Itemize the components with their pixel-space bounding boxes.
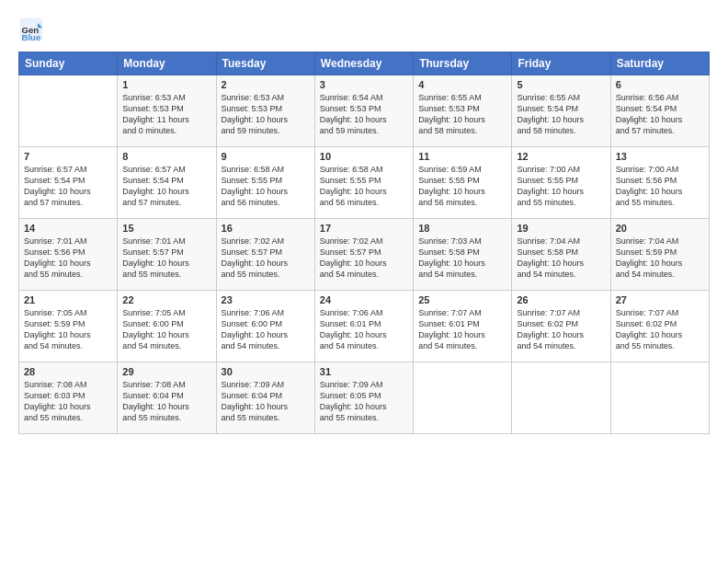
day-info: Sunrise: 6:56 AM Sunset: 5:54 PM Dayligh… xyxy=(616,92,704,137)
main-container: Gen Blue SundayMondayTuesdayWednesdayThu… xyxy=(0,0,728,563)
day-info: Sunrise: 7:09 AM Sunset: 6:05 PM Dayligh… xyxy=(320,379,408,424)
day-info: Sunrise: 6:54 AM Sunset: 5:53 PM Dayligh… xyxy=(320,92,408,137)
logo-icon: Gen Blue xyxy=(18,17,44,42)
day-info: Sunrise: 7:08 AM Sunset: 6:03 PM Dayligh… xyxy=(24,379,112,424)
header-saturday: Saturday xyxy=(610,52,709,75)
day-number: 22 xyxy=(122,294,210,305)
header: Gen Blue xyxy=(18,17,710,42)
day-number: 11 xyxy=(418,151,506,162)
day-number: 17 xyxy=(320,223,408,234)
calendar-cell: 9Sunrise: 6:58 AM Sunset: 5:55 PM Daylig… xyxy=(216,147,314,219)
day-number: 9 xyxy=(222,151,310,162)
header-sunday: Sunday xyxy=(19,52,118,75)
calendar-cell xyxy=(414,362,512,434)
calendar-cell xyxy=(610,362,709,434)
day-number: 29 xyxy=(122,366,210,377)
calendar-header-row: SundayMondayTuesdayWednesdayThursdayFrid… xyxy=(19,52,710,75)
day-number: 8 xyxy=(122,151,210,162)
day-number: 30 xyxy=(222,366,310,377)
header-friday: Friday xyxy=(512,52,610,75)
day-number: 19 xyxy=(517,223,605,234)
day-info: Sunrise: 7:04 AM Sunset: 5:58 PM Dayligh… xyxy=(517,236,605,281)
day-number: 15 xyxy=(122,223,210,234)
day-info: Sunrise: 7:01 AM Sunset: 5:56 PM Dayligh… xyxy=(24,236,112,281)
day-number: 25 xyxy=(418,294,506,305)
calendar-cell: 26Sunrise: 7:07 AM Sunset: 6:02 PM Dayli… xyxy=(512,291,610,362)
calendar-cell: 15Sunrise: 7:01 AM Sunset: 5:57 PM Dayli… xyxy=(118,219,216,291)
calendar-cell: 10Sunrise: 6:58 AM Sunset: 5:55 PM Dayli… xyxy=(314,147,413,219)
calendar-cell xyxy=(19,75,118,147)
day-number: 1 xyxy=(122,79,210,90)
day-info: Sunrise: 6:58 AM Sunset: 5:55 PM Dayligh… xyxy=(222,164,310,209)
day-info: Sunrise: 6:53 AM Sunset: 5:53 PM Dayligh… xyxy=(222,92,310,137)
day-number: 5 xyxy=(517,79,605,90)
calendar-cell: 1Sunrise: 6:53 AM Sunset: 5:53 PM Daylig… xyxy=(118,75,216,147)
calendar-cell: 14Sunrise: 7:01 AM Sunset: 5:56 PM Dayli… xyxy=(19,219,118,291)
calendar-cell: 23Sunrise: 7:06 AM Sunset: 6:00 PM Dayli… xyxy=(216,291,314,362)
day-number: 21 xyxy=(24,294,112,305)
day-number: 6 xyxy=(616,79,704,90)
day-number: 24 xyxy=(320,294,408,305)
day-number: 16 xyxy=(222,223,310,234)
day-number: 14 xyxy=(24,223,112,234)
day-info: Sunrise: 7:02 AM Sunset: 5:57 PM Dayligh… xyxy=(320,236,408,281)
day-number: 12 xyxy=(517,151,605,162)
calendar-cell: 19Sunrise: 7:04 AM Sunset: 5:58 PM Dayli… xyxy=(512,219,610,291)
day-info: Sunrise: 7:07 AM Sunset: 6:02 PM Dayligh… xyxy=(517,307,605,352)
day-info: Sunrise: 7:00 AM Sunset: 5:55 PM Dayligh… xyxy=(517,164,605,209)
day-number: 31 xyxy=(320,366,408,377)
calendar-cell: 27Sunrise: 7:07 AM Sunset: 6:02 PM Dayli… xyxy=(610,291,709,362)
calendar-cell: 13Sunrise: 7:00 AM Sunset: 5:56 PM Dayli… xyxy=(610,147,709,219)
calendar-cell: 16Sunrise: 7:02 AM Sunset: 5:57 PM Dayli… xyxy=(216,219,314,291)
day-info: Sunrise: 7:07 AM Sunset: 6:02 PM Dayligh… xyxy=(616,307,704,352)
header-wednesday: Wednesday xyxy=(314,52,413,75)
calendar-cell: 31Sunrise: 7:09 AM Sunset: 6:05 PM Dayli… xyxy=(314,362,413,434)
day-number: 18 xyxy=(418,223,506,234)
day-info: Sunrise: 7:04 AM Sunset: 5:59 PM Dayligh… xyxy=(616,236,704,281)
header-tuesday: Tuesday xyxy=(216,52,314,75)
calendar-cell: 8Sunrise: 6:57 AM Sunset: 5:54 PM Daylig… xyxy=(118,147,216,219)
calendar-cell: 4Sunrise: 6:55 AM Sunset: 5:53 PM Daylig… xyxy=(414,75,512,147)
day-number: 26 xyxy=(517,294,605,305)
day-info: Sunrise: 6:57 AM Sunset: 5:54 PM Dayligh… xyxy=(122,164,210,209)
day-number: 7 xyxy=(24,151,112,162)
header-monday: Monday xyxy=(118,52,216,75)
day-info: Sunrise: 6:55 AM Sunset: 5:54 PM Dayligh… xyxy=(517,92,605,137)
week-row-1: 1Sunrise: 6:53 AM Sunset: 5:53 PM Daylig… xyxy=(19,75,710,147)
day-number: 10 xyxy=(320,151,408,162)
calendar-cell: 5Sunrise: 6:55 AM Sunset: 5:54 PM Daylig… xyxy=(512,75,610,147)
calendar-cell: 30Sunrise: 7:09 AM Sunset: 6:04 PM Dayli… xyxy=(216,362,314,434)
day-info: Sunrise: 7:06 AM Sunset: 6:01 PM Dayligh… xyxy=(320,307,408,352)
day-info: Sunrise: 7:09 AM Sunset: 6:04 PM Dayligh… xyxy=(222,379,310,424)
day-info: Sunrise: 7:05 AM Sunset: 6:00 PM Dayligh… xyxy=(122,307,210,352)
day-number: 23 xyxy=(222,294,310,305)
calendar-cell: 2Sunrise: 6:53 AM Sunset: 5:53 PM Daylig… xyxy=(216,75,314,147)
calendar-cell: 3Sunrise: 6:54 AM Sunset: 5:53 PM Daylig… xyxy=(314,75,413,147)
calendar-cell: 20Sunrise: 7:04 AM Sunset: 5:59 PM Dayli… xyxy=(610,219,709,291)
day-info: Sunrise: 7:08 AM Sunset: 6:04 PM Dayligh… xyxy=(122,379,210,424)
day-info: Sunrise: 7:07 AM Sunset: 6:01 PM Dayligh… xyxy=(418,307,506,352)
week-row-3: 14Sunrise: 7:01 AM Sunset: 5:56 PM Dayli… xyxy=(19,219,710,291)
calendar-cell: 21Sunrise: 7:05 AM Sunset: 5:59 PM Dayli… xyxy=(19,291,118,362)
calendar-cell: 11Sunrise: 6:59 AM Sunset: 5:55 PM Dayli… xyxy=(414,147,512,219)
day-number: 20 xyxy=(616,223,704,234)
day-info: Sunrise: 7:06 AM Sunset: 6:00 PM Dayligh… xyxy=(222,307,310,352)
day-number: 27 xyxy=(616,294,704,305)
day-info: Sunrise: 7:00 AM Sunset: 5:56 PM Dayligh… xyxy=(616,164,704,209)
day-info: Sunrise: 6:55 AM Sunset: 5:53 PM Dayligh… xyxy=(418,92,506,137)
calendar-cell: 18Sunrise: 7:03 AM Sunset: 5:58 PM Dayli… xyxy=(414,219,512,291)
calendar-cell: 7Sunrise: 6:57 AM Sunset: 5:54 PM Daylig… xyxy=(19,147,118,219)
day-number: 3 xyxy=(320,79,408,90)
logo: Gen Blue xyxy=(18,17,48,42)
day-info: Sunrise: 7:01 AM Sunset: 5:57 PM Dayligh… xyxy=(122,236,210,281)
day-info: Sunrise: 6:58 AM Sunset: 5:55 PM Dayligh… xyxy=(320,164,408,209)
calendar-cell: 12Sunrise: 7:00 AM Sunset: 5:55 PM Dayli… xyxy=(512,147,610,219)
calendar-cell: 28Sunrise: 7:08 AM Sunset: 6:03 PM Dayli… xyxy=(19,362,118,434)
day-info: Sunrise: 6:57 AM Sunset: 5:54 PM Dayligh… xyxy=(24,164,112,209)
week-row-4: 21Sunrise: 7:05 AM Sunset: 5:59 PM Dayli… xyxy=(19,291,710,362)
calendar-cell: 17Sunrise: 7:02 AM Sunset: 5:57 PM Dayli… xyxy=(314,219,413,291)
calendar-table: SundayMondayTuesdayWednesdayThursdayFrid… xyxy=(18,52,710,434)
calendar-cell: 25Sunrise: 7:07 AM Sunset: 6:01 PM Dayli… xyxy=(414,291,512,362)
svg-text:Blue: Blue xyxy=(22,32,41,42)
day-number: 13 xyxy=(616,151,704,162)
